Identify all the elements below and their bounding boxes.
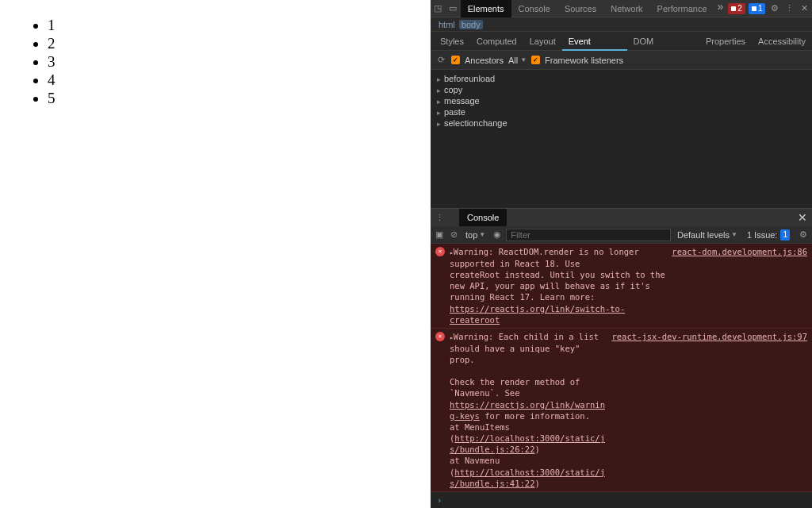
devtools-panel: ◳ ▭ Elements Console Sources Network Per…	[431, 0, 812, 508]
event-row[interactable]: copy	[431, 84, 812, 95]
console-drawer: ⋮ Console ✕ ▣ ⊘ top▼ ◉ Default levels▼ 1…	[431, 208, 812, 508]
refresh-icon[interactable]: ⟳	[435, 55, 446, 65]
ancestors-checkbox[interactable]: ✓	[451, 56, 460, 64]
console-error-row[interactable]: ✕ ▸Warning: ReactDOM.render is no longer…	[431, 244, 812, 329]
eye-icon[interactable]: ◉	[492, 229, 503, 240]
console-settings-icon[interactable]: ⚙	[798, 229, 809, 240]
issues-indicator[interactable]: 1 Issue: 1	[744, 229, 795, 241]
tab-sources[interactable]: Sources	[557, 0, 603, 17]
kebab-icon[interactable]: ⋮	[784, 2, 795, 15]
context-dropdown[interactable]: top▼	[462, 229, 488, 241]
console-error-row[interactable]: ✕ ▸Warning: Each child in a list should …	[431, 329, 812, 492]
tab-performance[interactable]: Performance	[650, 0, 714, 17]
console-drawer-tab[interactable]: Console	[459, 209, 507, 226]
breadcrumb-html[interactable]: html	[436, 20, 458, 29]
event-row[interactable]: paste	[431, 106, 812, 117]
event-row[interactable]: message	[431, 95, 812, 106]
console-output[interactable]: ✕ ▸Warning: ReactDOM.render is no longer…	[431, 244, 812, 508]
subtab-event-listeners[interactable]: Event Listeners	[562, 32, 627, 51]
inspect-icon[interactable]: ◳	[433, 2, 443, 15]
drawer-close-icon[interactable]: ✕	[798, 211, 807, 224]
list-item: 2	[48, 34, 431, 52]
sidebar-toggle-icon[interactable]: ▣	[434, 229, 445, 240]
dom-breadcrumb[interactable]: html body	[431, 17, 812, 32]
error-icon: ✕	[435, 247, 445, 256]
devtools-tabs: Elements Console Sources Network Perform…	[461, 0, 727, 17]
gear-icon[interactable]: ⚙	[769, 2, 779, 15]
devtools-topbar: ◳ ▭ Elements Console Sources Network Per…	[431, 0, 812, 17]
event-row[interactable]: selectionchange	[431, 117, 812, 129]
console-prompt[interactable]: ›	[431, 492, 812, 508]
scope-dropdown[interactable]: All▼	[508, 56, 527, 65]
device-toggle-icon[interactable]: ▭	[448, 2, 458, 15]
list-item: 1	[48, 16, 431, 34]
subtab-layout[interactable]: Layout	[523, 32, 562, 51]
error-count-badge[interactable]: 2	[728, 3, 745, 14]
console-toolbar: ▣ ⊘ top▼ ◉ Default levels▼ 1 Issue: 1 ⚙	[431, 226, 812, 244]
stack-link[interactable]: http://localhost:3000/static/js/bundle.j…	[450, 433, 605, 454]
close-icon[interactable]: ✕	[799, 2, 810, 15]
nav-list: 1 2 3 4 5	[32, 16, 431, 107]
subtab-dom-breakpoints[interactable]: DOM Breakpoints	[627, 32, 699, 51]
error-source-link[interactable]: react-jsx-dev-runtime.development.js:97	[611, 331, 807, 489]
framework-label: Framework listeners	[545, 56, 623, 65]
error-icon: ✕	[435, 332, 445, 341]
drawer-kebab-icon[interactable]: ⋮	[434, 213, 445, 223]
clear-console-icon[interactable]: ⊘	[448, 229, 459, 240]
subtab-computed[interactable]: Computed	[470, 32, 523, 51]
more-tabs-icon[interactable]: »	[714, 0, 727, 17]
subtab-accessibility[interactable]: Accessibility	[752, 32, 812, 51]
learn-more-link[interactable]: https://reactjs.org/link/switch-to-creat…	[450, 304, 625, 325]
event-listeners-list: beforeunload copy message paste selectio…	[431, 70, 812, 208]
ancestors-label: Ancestors	[465, 56, 504, 65]
error-source-link[interactable]: react-dom.development.js:86	[672, 246, 807, 325]
levels-dropdown[interactable]: Default levels▼	[674, 229, 741, 241]
event-row[interactable]: beforeunload	[431, 73, 812, 84]
subtab-styles[interactable]: Styles	[434, 32, 470, 51]
elements-subtabs: Styles Computed Layout Event Listeners D…	[431, 32, 812, 51]
stack-link[interactable]: http://localhost:3000/static/js/bundle.j…	[450, 468, 605, 488]
list-item: 5	[48, 89, 431, 107]
framework-checkbox[interactable]: ✓	[531, 56, 540, 64]
subtab-properties[interactable]: Properties	[699, 32, 752, 51]
tab-console[interactable]: Console	[511, 0, 557, 17]
list-item: 3	[48, 52, 431, 71]
rendered-page: 1 2 3 4 5	[0, 0, 431, 508]
event-listeners-toolbar: ⟳ ✓ Ancestors All▼ ✓ Framework listeners	[431, 51, 812, 70]
tab-network[interactable]: Network	[603, 0, 649, 17]
tab-elements[interactable]: Elements	[461, 0, 511, 17]
list-item: 4	[48, 71, 431, 89]
console-header: ⋮ Console ✕	[431, 209, 812, 226]
issue-count-badge[interactable]: 1	[749, 3, 766, 14]
console-filter-input[interactable]	[506, 229, 671, 241]
breadcrumb-body[interactable]: body	[459, 20, 483, 29]
